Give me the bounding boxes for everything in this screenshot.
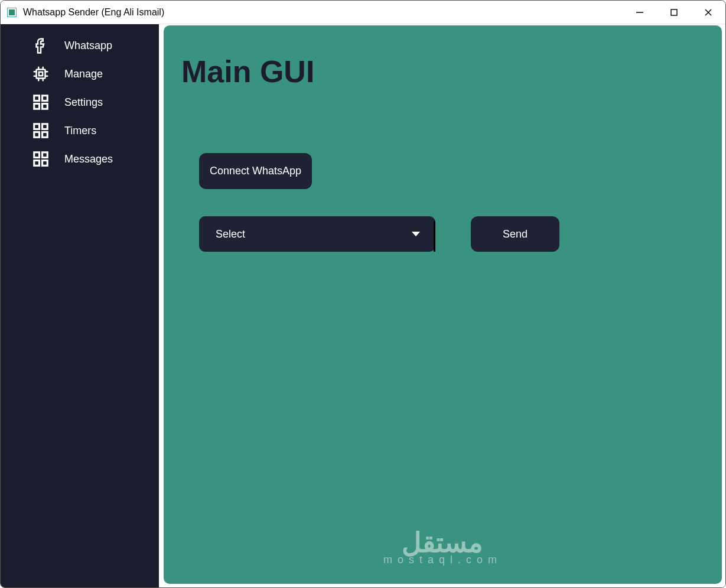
facebook-icon — [24, 37, 57, 54]
grid-icon — [24, 93, 57, 111]
svg-rect-26 — [34, 161, 40, 166]
svg-rect-20 — [34, 124, 40, 129]
svg-rect-6 — [37, 70, 45, 79]
svg-rect-7 — [39, 72, 43, 76]
cpu-icon — [24, 65, 57, 83]
sidebar-item-label: Manage — [57, 68, 159, 80]
svg-rect-25 — [43, 152, 48, 158]
title-bar: Whatsapp Sender (Eng Ali Ismail) — [1, 1, 725, 24]
grid-icon — [24, 122, 57, 139]
select-value: Select — [216, 228, 245, 241]
grid-icon — [24, 150, 57, 168]
svg-rect-21 — [43, 124, 48, 129]
svg-rect-24 — [34, 152, 40, 158]
select-dropdown[interactable]: Select — [199, 216, 435, 252]
svg-rect-22 — [34, 132, 40, 138]
svg-rect-3 — [671, 9, 677, 15]
svg-rect-19 — [43, 104, 48, 109]
watermark-latin: mostaql.com — [383, 554, 502, 566]
sidebar: Whatsapp Manage — [1, 24, 159, 587]
app-icon — [6, 7, 17, 18]
sidebar-item-manage[interactable]: Manage — [1, 60, 159, 88]
connect-whatsapp-button[interactable]: Connect WhatsApp — [199, 153, 312, 189]
chevron-down-icon — [412, 232, 420, 236]
sidebar-item-timers[interactable]: Timers — [1, 116, 159, 145]
main-card: Main GUI Connect WhatsApp Select Send مس… — [164, 25, 722, 584]
window-title: Whatsapp Sender (Eng Ali Ismail) — [23, 7, 164, 18]
svg-rect-27 — [43, 161, 48, 166]
sidebar-item-label: Settings — [57, 96, 159, 109]
svg-rect-23 — [43, 132, 48, 138]
close-button[interactable] — [691, 1, 725, 24]
sidebar-item-settings[interactable]: Settings — [1, 88, 159, 116]
title-left: Whatsapp Sender (Eng Ali Ismail) — [6, 7, 164, 18]
maximize-button[interactable] — [657, 1, 691, 24]
window-controls — [623, 1, 725, 24]
controls-row: Select Send — [199, 216, 704, 252]
sidebar-item-label: Messages — [57, 153, 159, 165]
page-title: Main GUI — [181, 54, 704, 89]
sidebar-item-messages[interactable]: Messages — [1, 145, 159, 173]
sidebar-item-label: Timers — [57, 125, 159, 137]
minimize-button[interactable] — [623, 1, 657, 24]
watermark: مستقل mostaql.com — [383, 529, 502, 566]
svg-rect-18 — [34, 104, 40, 109]
svg-rect-16 — [34, 96, 40, 101]
sidebar-item-label: Whatsapp — [57, 40, 159, 52]
content-area: Main GUI Connect WhatsApp Select Send مس… — [159, 24, 725, 587]
sidebar-item-whatsapp[interactable]: Whatsapp — [1, 31, 159, 60]
svg-rect-1 — [9, 9, 15, 15]
watermark-arabic: مستقل — [383, 529, 502, 556]
send-button[interactable]: Send — [471, 216, 559, 252]
svg-rect-17 — [43, 96, 48, 101]
app-body: Whatsapp Manage — [1, 24, 725, 587]
